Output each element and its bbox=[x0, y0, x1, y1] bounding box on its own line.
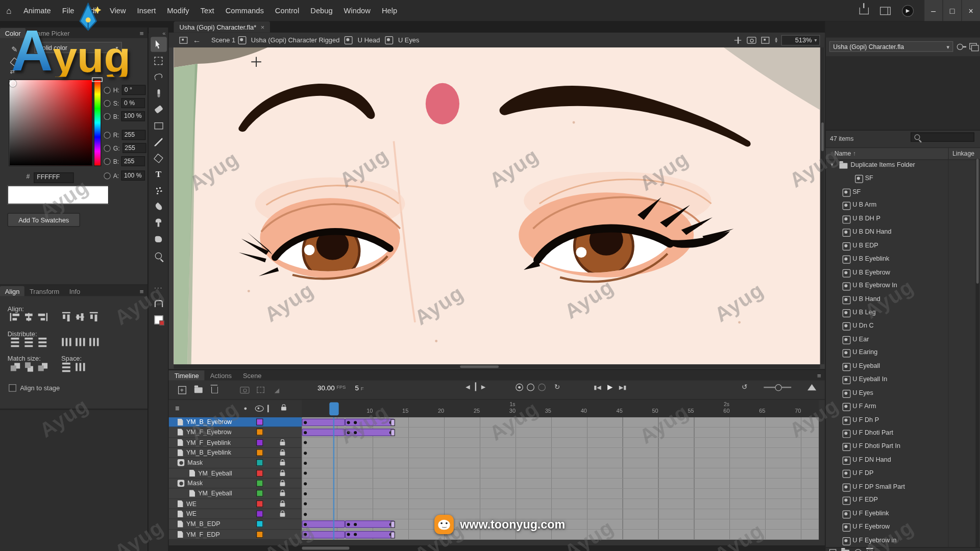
library-item-row[interactable]: U B Hand bbox=[826, 293, 973, 306]
current-frame-display[interactable]: 5F bbox=[355, 384, 364, 392]
lock-icon[interactable] bbox=[280, 462, 285, 465]
s-radio[interactable] bbox=[104, 99, 110, 106]
new-library-panel-icon[interactable] bbox=[969, 43, 977, 51]
breadcrumb-item[interactable]: Usha (Gopi) Character Rigged bbox=[249, 36, 342, 44]
layer-row-ym_eyeball[interactable]: YM_Eyeball bbox=[169, 468, 302, 479]
tween-span[interactable] bbox=[345, 429, 395, 436]
text-tool[interactable]: T bbox=[150, 167, 166, 182]
r-radio[interactable] bbox=[104, 132, 110, 138]
library-item-row[interactable]: U F Dhoti Part bbox=[826, 427, 973, 440]
tab-align[interactable]: Align bbox=[0, 286, 24, 296]
menu-text[interactable]: Text bbox=[195, 6, 220, 15]
distribute-left-button[interactable] bbox=[60, 337, 72, 347]
fill-color-bucket-icon[interactable] bbox=[10, 57, 19, 67]
b-radio[interactable] bbox=[104, 113, 110, 119]
tab-timeline[interactable]: Timeline bbox=[169, 370, 205, 381]
library-item-row[interactable]: U B DN Hand bbox=[826, 226, 973, 239]
library-item-row[interactable]: U F Dhoti Part In bbox=[826, 440, 973, 454]
layer-row-mask[interactable]: Mask bbox=[169, 479, 302, 489]
library-item-row[interactable]: U Ear bbox=[826, 333, 973, 346]
tab-actions[interactable]: Actions bbox=[205, 370, 237, 381]
visibility-column-icon[interactable] bbox=[255, 406, 264, 413]
space-vertical-button[interactable] bbox=[60, 362, 72, 372]
layer-outline-color[interactable] bbox=[256, 470, 263, 477]
breadcrumb-scene[interactable]: Scene 1 bbox=[209, 36, 238, 44]
library-item-row[interactable]: U F EDP bbox=[826, 494, 973, 507]
rectangle-tool[interactable] bbox=[150, 118, 166, 133]
library-document-select[interactable]: Usha (Gopi) Character.fla ▾ bbox=[829, 41, 953, 52]
panel-menu-icon[interactable]: ≡ bbox=[817, 371, 821, 379]
layer-outline-color[interactable] bbox=[256, 460, 263, 466]
layer-row-ym_eyeball[interactable]: YM_Eyeball bbox=[169, 489, 302, 499]
loop-button[interactable]: ↻ bbox=[554, 383, 560, 391]
layer-outline-color[interactable] bbox=[256, 449, 263, 456]
quick-share-icon[interactable]: ▶ bbox=[902, 5, 914, 16]
layer-frames-row[interactable] bbox=[302, 438, 819, 448]
tween-span[interactable] bbox=[345, 531, 395, 538]
hand-tool[interactable] bbox=[150, 232, 166, 246]
library-folder-row[interactable]: ▾Duplicate Items Folder bbox=[826, 159, 973, 172]
zoom-stepper[interactable]: ▴▾ bbox=[775, 37, 777, 43]
menu-help[interactable]: Help bbox=[376, 6, 403, 15]
layer-frames-row[interactable] bbox=[302, 428, 819, 438]
g-radio[interactable] bbox=[104, 144, 110, 151]
layer-frames-row[interactable] bbox=[302, 458, 819, 468]
b-value[interactable]: 100 % bbox=[121, 111, 145, 121]
menu-edit[interactable]: Edit bbox=[80, 6, 104, 15]
menu-window[interactable]: Window bbox=[338, 6, 376, 15]
center-stage-icon[interactable] bbox=[731, 37, 745, 43]
column-name[interactable]: Name ↑ bbox=[835, 150, 856, 157]
library-item-row[interactable]: U B Leg bbox=[826, 306, 973, 319]
tab-frame-picker[interactable]: Frame Picker bbox=[26, 28, 75, 38]
lock-column-icon[interactable] bbox=[281, 406, 286, 412]
tween-span[interactable] bbox=[302, 531, 345, 538]
layer-frames-row[interactable] bbox=[302, 509, 819, 519]
a-value[interactable]: 100 % bbox=[121, 170, 145, 181]
asset-warp-tool[interactable] bbox=[150, 183, 166, 198]
home-icon[interactable]: ⌂ bbox=[0, 6, 18, 16]
h-value[interactable]: 0 ° bbox=[122, 85, 146, 95]
lasso-tool[interactable] bbox=[150, 69, 166, 84]
back-arrow-icon[interactable]: ← bbox=[190, 35, 204, 44]
layer-row-ym_f_edp[interactable]: YM_F_EDP bbox=[169, 530, 302, 540]
align-bottom-button[interactable] bbox=[87, 312, 100, 322]
stroke-color-pencil-icon[interactable]: ✎ bbox=[11, 45, 17, 54]
layer-frames-row[interactable] bbox=[302, 519, 819, 530]
tween-span[interactable] bbox=[302, 520, 345, 528]
paint-bucket-tool[interactable] bbox=[150, 151, 166, 165]
library-item-row[interactable]: U Eyes bbox=[826, 387, 973, 400]
library-item-row[interactable]: U F Arm bbox=[826, 400, 973, 413]
match-width-button[interactable] bbox=[9, 362, 21, 372]
library-item-row[interactable]: U F Eyeblink bbox=[826, 507, 973, 520]
menu-modify[interactable]: Modify bbox=[161, 6, 194, 15]
color-type-select[interactable]: Solid color ▾ bbox=[34, 42, 121, 53]
gradient-picker-marker[interactable] bbox=[9, 80, 16, 87]
layer-outline-color[interactable] bbox=[256, 531, 263, 538]
delete-layer-button[interactable] bbox=[206, 383, 223, 397]
outline-column-icon[interactable] bbox=[267, 406, 268, 412]
play-button[interactable]: ▶ bbox=[607, 383, 612, 391]
item-properties-button[interactable]: i bbox=[854, 549, 862, 551]
lock-icon[interactable] bbox=[280, 492, 285, 496]
distribute-bottom-button[interactable] bbox=[36, 337, 48, 347]
document-tab[interactable]: Usha (Gopi) Character.fla* × bbox=[174, 21, 270, 33]
layer-row-we[interactable]: WE bbox=[169, 509, 302, 519]
library-item-row[interactable]: U Dn C bbox=[826, 319, 973, 333]
align-v-center-button[interactable] bbox=[74, 312, 86, 322]
library-item-row[interactable]: U B Eyebrow bbox=[826, 266, 973, 279]
graph-editor-button[interactable]: ◢ bbox=[269, 383, 285, 397]
scene-board-icon[interactable] bbox=[176, 37, 190, 43]
g-value[interactable]: 255 bbox=[122, 143, 146, 153]
onion-skin-button[interactable] bbox=[516, 383, 523, 391]
window-minimize-button[interactable]: – bbox=[924, 0, 943, 21]
layer-outline-color[interactable] bbox=[256, 480, 263, 487]
layer-row-ym_b_eyebrow[interactable]: YM_B_Eyebrow bbox=[169, 417, 302, 428]
distribute-top-button[interactable] bbox=[9, 337, 21, 347]
menu-insert[interactable]: Insert bbox=[132, 6, 162, 15]
a-radio[interactable] bbox=[104, 172, 110, 179]
library-item-row[interactable]: U B Eyeblink bbox=[826, 253, 973, 266]
column-linkage[interactable]: Linkage bbox=[952, 150, 974, 157]
next-keyframe-button[interactable]: ▶ bbox=[481, 384, 485, 390]
h-radio[interactable] bbox=[104, 87, 110, 93]
library-item-row[interactable]: U B Arm bbox=[826, 199, 973, 212]
